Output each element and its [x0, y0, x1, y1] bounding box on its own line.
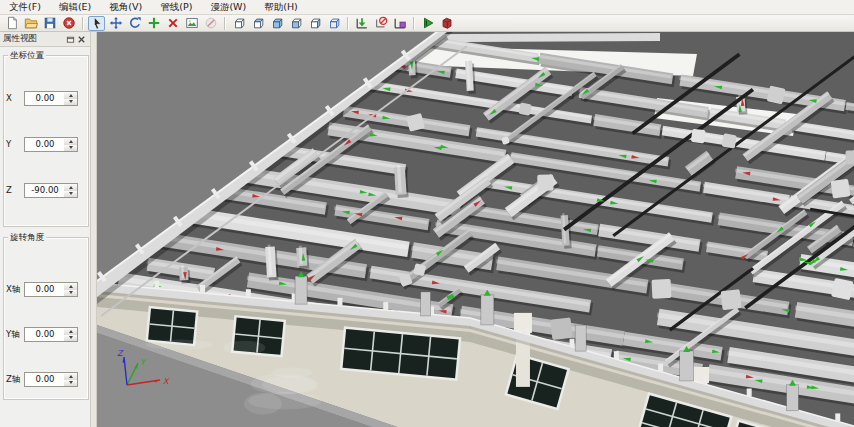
field-label-rot-y: Y轴 [6, 329, 20, 341]
view-solid-icon [270, 16, 284, 30]
spinner-coord-z [64, 183, 78, 198]
new-file-icon [5, 16, 19, 30]
rotate-tool-button[interactable] [126, 16, 143, 31]
select-tool-button[interactable] [88, 16, 105, 31]
axis-mode-icon [393, 16, 407, 30]
properties-panel-header: 属性视图 [0, 32, 90, 47]
open-file-button[interactable] [22, 16, 39, 31]
save-file-icon [43, 16, 57, 30]
walk-stop-icon [440, 16, 454, 30]
walk-stop-button[interactable] [438, 16, 455, 31]
field-row-coord-z: Z-90.00 [0, 183, 91, 197]
walkthrough-button[interactable] [419, 16, 436, 31]
view-wire-button[interactable] [325, 16, 342, 31]
duct-stub [295, 276, 307, 304]
field-label-rot-x: X轴 [6, 284, 20, 296]
open-file-icon [24, 16, 38, 30]
application-window: 文件(F)编辑(E)视角(V)管线(P)漫游(W)帮助(H) 属性视图 坐标位置… [0, 0, 854, 427]
3d-viewport[interactable]: XYZ [97, 32, 854, 427]
field-row-rot-z: Z轴0.00 [0, 372, 91, 386]
spin-down-rot-x[interactable] [64, 290, 77, 297]
duct-stub [481, 295, 494, 325]
axis-mode-button[interactable] [391, 16, 408, 31]
toolbar-separator [82, 17, 83, 30]
field-input-rot-z[interactable]: 0.00 [24, 372, 66, 387]
view-top-icon [251, 16, 265, 30]
toolbar-separator [347, 17, 348, 30]
spinner-coord-x [64, 91, 78, 106]
field-row-rot-y: Y轴0.00 [0, 327, 91, 341]
no-display-icon [204, 16, 218, 30]
duct-stub [575, 325, 586, 351]
no-display-button[interactable] [202, 16, 219, 31]
add-object-button[interactable] [145, 16, 162, 31]
spin-down-coord-y[interactable] [64, 145, 77, 152]
delete-object-button[interactable] [164, 16, 181, 31]
field-input-coord-z[interactable]: -90.00 [24, 183, 66, 198]
properties-panel: 属性视图 坐标位置X0.00Y0.00Z-90.00旋转角度X轴0.00Y轴0.… [0, 32, 91, 427]
snapshot-icon [185, 16, 199, 30]
spinner-coord-y [64, 137, 78, 152]
field-label-rot-z: Z轴 [6, 374, 20, 386]
spinner-rot-y [64, 327, 78, 342]
no-axis-icon [374, 16, 388, 30]
spin-down-coord-z[interactable] [64, 191, 77, 198]
properties-panel-title: 属性视图 [3, 33, 65, 45]
menu-item-pipeline[interactable]: 管线(P) [151, 0, 201, 14]
spin-down-rot-z[interactable] [64, 380, 77, 387]
move-tool-icon [109, 16, 123, 30]
toolbar-separator [224, 17, 225, 30]
snapshot-button[interactable] [183, 16, 200, 31]
drop-floor-icon [355, 16, 369, 30]
close-panel-icon[interactable] [76, 34, 87, 45]
menu-item-roam[interactable]: 漫游(W) [201, 0, 255, 14]
view-iso-icon [232, 16, 246, 30]
group-label-rot: 旋转角度 [8, 232, 46, 244]
menu-item-view[interactable]: 视角(V) [100, 0, 151, 14]
view-iso-button[interactable] [230, 16, 247, 31]
spin-down-rot-y[interactable] [64, 335, 77, 342]
walkthrough-icon [421, 16, 435, 30]
toolbar-separator [413, 17, 414, 30]
toolbar [0, 15, 854, 32]
rotate-tool-icon [128, 16, 142, 30]
move-tool-button[interactable] [107, 16, 124, 31]
menu-item-edit[interactable]: 编辑(E) [50, 0, 100, 14]
close-file-icon [62, 16, 76, 30]
spinner-rot-z [64, 372, 78, 387]
drop-floor-button[interactable] [353, 16, 370, 31]
new-file-button[interactable] [3, 16, 20, 31]
field-label-coord-z: Z [6, 185, 12, 195]
menu-item-help[interactable]: 帮助(H) [255, 0, 307, 14]
field-input-coord-x[interactable]: 0.00 [24, 91, 66, 106]
field-row-coord-x: X0.00 [0, 91, 91, 105]
add-object-icon [147, 16, 161, 30]
field-input-coord-y[interactable]: 0.00 [24, 137, 66, 152]
view-left-icon [308, 16, 322, 30]
field-row-rot-x: X轴0.00 [0, 282, 91, 296]
close-file-button[interactable] [60, 16, 77, 31]
menu-item-file[interactable]: 文件(F) [0, 0, 50, 14]
menu-bar: 文件(F)编辑(E)视角(V)管线(P)漫游(W)帮助(H) [0, 0, 854, 15]
field-row-coord-y: Y0.00 [0, 137, 91, 151]
group-label-coord: 坐标位置 [8, 50, 46, 62]
select-tool-icon [90, 16, 104, 30]
duct-stub [787, 385, 799, 411]
float-panel-icon[interactable] [65, 34, 76, 45]
delete-object-icon [166, 16, 180, 30]
spin-down-coord-x[interactable] [64, 99, 77, 106]
view-top-button[interactable] [249, 16, 266, 31]
field-input-rot-y[interactable]: 0.00 [24, 327, 66, 342]
view-wire-icon [327, 16, 341, 30]
field-input-rot-x[interactable]: 0.00 [24, 282, 66, 297]
duct-stub [680, 351, 694, 381]
save-file-button[interactable] [41, 16, 58, 31]
view-front-button[interactable] [287, 16, 304, 31]
view-solid-button[interactable] [268, 16, 285, 31]
field-label-coord-y: Y [6, 139, 11, 149]
spinner-rot-x [64, 282, 78, 297]
duct-stub [421, 292, 431, 316]
properties-panel-body: 坐标位置X0.00Y0.00Z-90.00旋转角度X轴0.00Y轴0.00Z轴0… [0, 47, 91, 427]
view-left-button[interactable] [306, 16, 323, 31]
no-axis-button[interactable] [372, 16, 389, 31]
